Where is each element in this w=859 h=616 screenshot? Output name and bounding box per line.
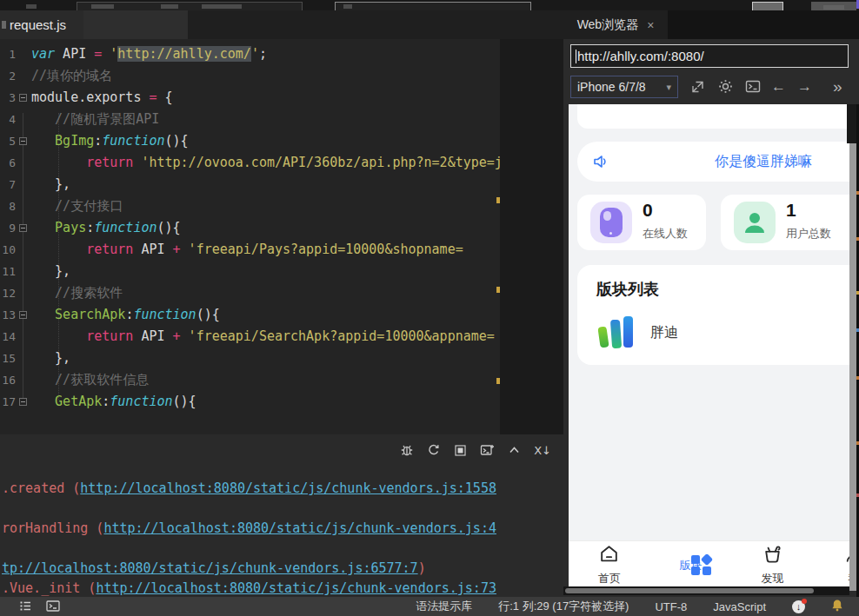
line-number: 1	[0, 43, 16, 65]
code-line[interactable]: 15 },	[0, 348, 503, 369]
code-line[interactable]: 1var API = 'http://ahlly.com/';	[0, 43, 503, 65]
status-bar: 语法提示库 行:1 列:29 (17字符被选择) UTF-8 JavaScrip…	[0, 597, 859, 616]
user-icon	[734, 202, 776, 243]
toolbar-label-cropped	[91, 4, 114, 9]
code-line[interactable]: 11 },	[0, 261, 503, 282]
stack-trace-link[interactable]: tp://localhost:8080/static/js/chunk-vend…	[2, 560, 418, 576]
bell-icon[interactable]	[831, 599, 843, 614]
stat-label: 用户总数	[786, 226, 831, 242]
code-line[interactable]: 8 //支付接口	[0, 195, 503, 217]
nav-label: 首页	[598, 571, 621, 586]
board-name: 胖迪	[650, 324, 678, 342]
window-toolbar-cropped	[0, 0, 859, 10]
code-line[interactable]: 10 return API + 'freeapi/Pays?appid=1000…	[0, 239, 503, 261]
cursor-position-status[interactable]: 行:1 列:29 (17字符被选择)	[498, 599, 629, 614]
code-editor[interactable]: 1var API = 'http://ahlly.com/';2//填你的域名3…	[0, 39, 503, 434]
terminal-icon[interactable]	[745, 79, 761, 97]
text-caret	[576, 50, 576, 63]
close-icon[interactable]: ×	[647, 18, 654, 32]
stat-label: 在线人数	[643, 226, 688, 242]
stat-card[interactable]: 0在线人数	[577, 195, 706, 250]
code-line[interactable]: 16 //获取软件信息	[0, 369, 503, 391]
preview-page: 你是傻逼胖娣嘛 0在线人数1用户总数 版块列表	[569, 104, 849, 586]
menu-icon[interactable]	[26, 4, 37, 9]
search-icon	[343, 4, 352, 9]
open-external-icon[interactable]	[690, 79, 705, 97]
line-number: 7	[0, 174, 16, 195]
url-input[interactable]: http://ahlly.com/:8080/	[570, 44, 849, 68]
device-label: iPhone 6/7/8	[577, 80, 646, 94]
fold-toggle-icon[interactable]	[19, 398, 27, 406]
clear-console-icon[interactable]: X↓	[534, 444, 551, 457]
nav-item-版块[interactable]: 版块	[650, 541, 732, 586]
forward-arrow-icon[interactable]: →	[797, 79, 812, 95]
modified-indicator-cropped	[2, 21, 6, 29]
fold-toggle-icon[interactable]	[19, 137, 27, 145]
collapse-up-icon[interactable]	[508, 444, 521, 456]
code-line[interactable]: 17 GetApk:function(){	[0, 391, 503, 413]
outline-icon[interactable]	[19, 599, 32, 615]
horizontal-scrollbar-thumb[interactable]	[565, 588, 814, 593]
new-terminal-icon[interactable]	[480, 443, 495, 457]
nav-item-首页[interactable]: 首页	[569, 541, 650, 586]
code-line[interactable]: 6 return 'http://ovooa.com/API/360bz/api…	[0, 152, 503, 174]
code-line[interactable]: 7 },	[0, 174, 503, 195]
code-text: module.exports = {	[31, 87, 173, 109]
code-line[interactable]: 4 //随机背景图API	[0, 109, 503, 130]
stat-value: 0	[643, 200, 653, 221]
nav-label: 发现	[761, 571, 783, 586]
back-arrow-icon[interactable]: ←	[771, 79, 786, 95]
vertical-scrollbar-thumb[interactable]	[849, 143, 856, 591]
code-text: //填你的域名	[31, 65, 112, 87]
code-line[interactable]: 13 SearchApk:function(){	[0, 304, 503, 326]
encoding-status[interactable]: UTF-8	[655, 600, 687, 613]
stack-trace-link[interactable]: http://localhost:8080/static/js/chunk-ve…	[96, 580, 496, 596]
fold-toggle-icon[interactable]	[19, 224, 27, 232]
line-number: 10	[0, 239, 16, 261]
announcement-card[interactable]: 你是傻逼胖娣嘛	[577, 142, 849, 182]
line-number: 3	[0, 87, 16, 109]
device-select[interactable]: iPhone 6/7/8 ▾	[570, 76, 678, 98]
home-icon	[598, 543, 620, 568]
code-line[interactable]: 12 //搜索软件	[0, 282, 503, 304]
stack-trace-link[interactable]: http://localhost:8080/static/js/chunk-ve…	[103, 520, 496, 536]
fold-toggle-icon[interactable]	[19, 94, 27, 102]
tab-web-browser[interactable]: Web浏览器 ×	[563, 10, 668, 39]
phone-glyph	[600, 208, 623, 237]
line-number: 16	[0, 369, 16, 391]
toolbar-label-cropped	[202, 4, 242, 9]
announcement-text: 你是傻逼胖娣嘛	[715, 153, 812, 171]
code-line[interactable]: 3module.exports = {	[0, 87, 503, 109]
update-icon[interactable]: ↓	[792, 600, 805, 613]
board-item[interactable]: 胖迪	[596, 311, 678, 354]
panel-divider	[500, 39, 503, 434]
debug-bug-icon[interactable]	[400, 443, 414, 457]
nav-item-我[interactable]: 我	[813, 541, 849, 586]
restart-icon[interactable]	[427, 443, 441, 457]
stop-icon[interactable]	[454, 444, 467, 457]
line-number: 5	[0, 130, 16, 152]
tab-label: request.js	[10, 17, 66, 32]
stat-value: 1	[786, 200, 796, 221]
terminal-icon[interactable]	[46, 599, 60, 615]
code-line[interactable]: 2//填你的域名	[0, 65, 503, 87]
code-text: //搜索软件	[31, 282, 123, 304]
fold-toggle-icon[interactable]	[19, 311, 27, 319]
stat-card[interactable]: 1用户总数	[721, 195, 849, 250]
code-text: },	[31, 261, 70, 282]
section-title: 版块列表	[596, 279, 659, 300]
syntax-lib-status[interactable]: 语法提示库	[416, 599, 472, 614]
url-text: http://ahlly.com/:8080/	[577, 49, 704, 63]
code-line[interactable]: 9 Pays:function(){	[0, 217, 503, 239]
toolbar-button-cropped[interactable]	[811, 2, 856, 10]
notification-badge	[802, 599, 807, 604]
code-text: },	[31, 174, 70, 195]
nav-item-发现[interactable]: 发现	[732, 541, 814, 586]
language-mode-status[interactable]: JavaScript	[713, 600, 766, 613]
code-line[interactable]: 14 return API + 'freeapi/SearchApk?appid…	[0, 326, 503, 348]
more-tools-icon[interactable]: »	[833, 77, 842, 96]
gear-icon[interactable]	[718, 79, 733, 97]
tab-request-js[interactable]: request.js	[0, 10, 83, 39]
code-line[interactable]: 5 BgImg:function(){	[0, 130, 503, 152]
stack-trace-link[interactable]: http://localhost:8080/static/js/chunk-ve…	[80, 480, 496, 496]
